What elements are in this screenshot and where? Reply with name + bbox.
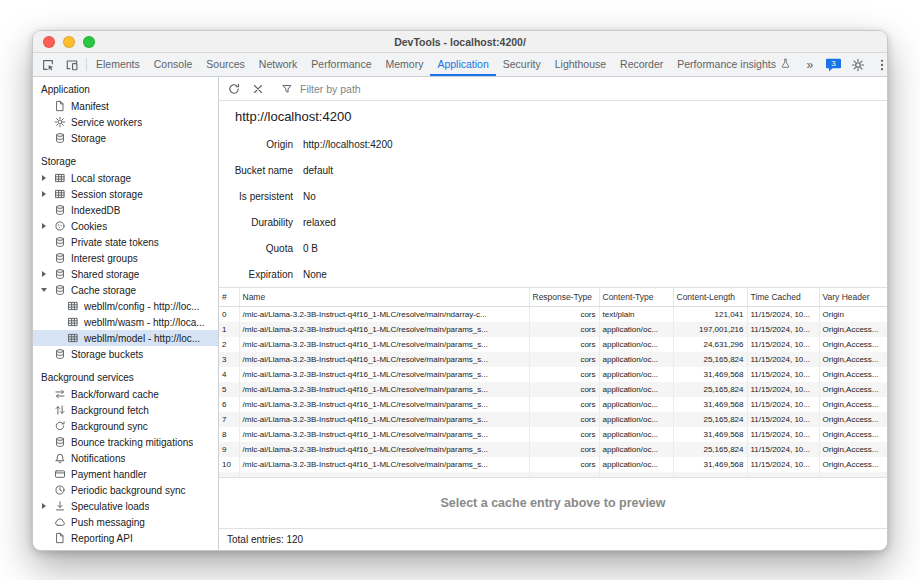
sidebar-section-application: Application bbox=[33, 82, 218, 98]
table-row[interactable]: 1/mlc-ai/Llama-3.2-3B-Instruct-q4f16_1-M… bbox=[219, 322, 887, 337]
issues-badge[interactable]: 3 bbox=[822, 53, 846, 76]
sidebar-item-background-fetch[interactable]: Background fetch bbox=[33, 402, 218, 418]
sidebar-item-payment-handler[interactable]: Payment handler bbox=[33, 466, 218, 482]
sidebar-item-webllm-config[interactable]: webllm/config - http://loc... bbox=[33, 298, 218, 314]
sidebar-item-storage-buckets[interactable]: Storage buckets bbox=[33, 346, 218, 362]
sidebar-item-webllm-model[interactable]: webllm/model - http://loc... bbox=[33, 330, 218, 346]
sidebar-item-webllm-wasm[interactable]: webllm/wasm - http://loca... bbox=[33, 314, 218, 330]
application-sidebar: Application Manifest Service workers Sto… bbox=[33, 77, 219, 550]
sidebar-item-periodic-background-sync[interactable]: Periodic background sync bbox=[33, 482, 218, 498]
column-header-content-type[interactable]: Content-Type bbox=[599, 288, 673, 306]
sidebar-item-notifications[interactable]: Notifications bbox=[33, 450, 218, 466]
tab-performance[interactable]: Performance bbox=[304, 53, 378, 76]
chevron-right-icon[interactable] bbox=[40, 270, 48, 278]
settings-button[interactable] bbox=[846, 53, 870, 76]
column-header-number[interactable]: # bbox=[219, 288, 239, 306]
tab-security[interactable]: Security bbox=[496, 53, 548, 76]
table-row[interactable]: 4/mlc-ai/Llama-3.2-3B-Instruct-q4f16_1-M… bbox=[219, 367, 887, 382]
sidebar-item-private-state-tokens[interactable]: Private state tokens bbox=[33, 234, 218, 250]
cell-content-length: 31,469,568 bbox=[673, 427, 747, 442]
cell-num: 2 bbox=[219, 337, 239, 352]
cell-time-cached: 11/15/2024, 10... bbox=[747, 367, 819, 382]
tab-recorder[interactable]: Recorder bbox=[613, 53, 670, 76]
delete-entry-button[interactable] bbox=[247, 78, 269, 100]
cell-time-cached: 11/15/2024, 10... bbox=[747, 337, 819, 352]
meta-label: Expiration bbox=[227, 269, 293, 280]
sidebar-item-local-storage[interactable]: Local storage bbox=[33, 170, 218, 186]
cache-entries-grid: # Name Response-Type Content-Type Conten… bbox=[219, 287, 887, 477]
cell-vary-header: Origin,Access... bbox=[819, 322, 887, 337]
table-row[interactable]: 5/mlc-ai/Llama-3.2-3B-Instruct-q4f16_1-M… bbox=[219, 382, 887, 397]
table-row[interactable]: 9/mlc-ai/Llama-3.2-3B-Instruct-q4f16_1-M… bbox=[219, 442, 887, 457]
meta-value: 0 B bbox=[303, 243, 318, 254]
close-window-button[interactable] bbox=[43, 36, 55, 48]
minimize-window-button[interactable] bbox=[63, 36, 75, 48]
device-toolbar-button[interactable] bbox=[60, 53, 84, 76]
chevron-right-icon[interactable] bbox=[40, 222, 48, 230]
toolbar-divider bbox=[86, 58, 87, 71]
cell-vary-header: Origin,Access... bbox=[819, 412, 887, 427]
table-row[interactable]: 8/mlc-ai/Llama-3.2-3B-Instruct-q4f16_1-M… bbox=[219, 427, 887, 442]
sidebar-item-session-storage[interactable]: Session storage bbox=[33, 186, 218, 202]
tab-performance-insights[interactable]: Performance insights bbox=[670, 53, 798, 76]
table-icon bbox=[54, 188, 66, 200]
chevron-down-icon[interactable] bbox=[40, 286, 48, 294]
tab-sources[interactable]: Sources bbox=[199, 53, 252, 76]
sidebar-item-label: Periodic background sync bbox=[71, 485, 186, 496]
svg-text:3: 3 bbox=[832, 58, 837, 67]
column-header-name[interactable]: Name bbox=[239, 288, 529, 306]
sidebar-item-background-sync[interactable]: Background sync bbox=[33, 418, 218, 434]
flask-icon bbox=[780, 58, 791, 69]
document-icon bbox=[54, 532, 66, 544]
sidebar-item-shared-storage[interactable]: Shared storage bbox=[33, 266, 218, 282]
sidebar-item-back-forward-cache[interactable]: Back/forward cache bbox=[33, 386, 218, 402]
table-row[interactable]: 3/mlc-ai/Llama-3.2-3B-Instruct-q4f16_1-M… bbox=[219, 352, 887, 367]
zoom-window-button[interactable] bbox=[83, 36, 95, 48]
column-header-response-type[interactable]: Response-Type bbox=[529, 288, 599, 306]
chevron-right-icon[interactable] bbox=[40, 502, 48, 510]
more-tabs-button[interactable]: » bbox=[798, 53, 822, 76]
more-options-button[interactable] bbox=[870, 53, 888, 76]
sidebar-item-reporting-api[interactable]: Reporting API bbox=[33, 530, 218, 546]
sidebar-item-push-messaging[interactable]: Push messaging bbox=[33, 514, 218, 530]
document-icon bbox=[54, 100, 66, 112]
column-header-time-cached[interactable]: Time Cached bbox=[747, 288, 819, 306]
sidebar-item-interest-groups[interactable]: Interest groups bbox=[33, 250, 218, 266]
table-row[interactable]: 0/mlc-ai/Llama-3.2-3B-Instruct-q4f16_1-M… bbox=[219, 306, 887, 322]
table-row[interactable]: 6/mlc-ai/Llama-3.2-3B-Instruct-q4f16_1-M… bbox=[219, 397, 887, 412]
window-title: DevTools - localhost:4200/ bbox=[394, 36, 526, 48]
refresh-button[interactable] bbox=[223, 78, 245, 100]
table-row[interactable]: 10/mlc-ai/Llama-3.2-3B-Instruct-q4f16_1-… bbox=[219, 457, 887, 472]
table-icon bbox=[54, 172, 66, 184]
sidebar-section-background-services: Background services bbox=[33, 370, 218, 386]
inspect-element-button[interactable] bbox=[36, 53, 60, 76]
table-row[interactable]: 2/mlc-ai/Llama-3.2-3B-Instruct-q4f16_1-M… bbox=[219, 337, 887, 352]
total-entries-text: Total entries: 120 bbox=[227, 534, 303, 545]
sidebar-item-bounce-tracking-mitigations[interactable]: Bounce tracking mitigations bbox=[33, 434, 218, 450]
swap-horizontal-icon bbox=[54, 388, 66, 400]
column-header-content-length[interactable]: Content-Length bbox=[673, 288, 747, 306]
chevron-right-icon[interactable] bbox=[40, 190, 48, 198]
sidebar-item-service-workers[interactable]: Service workers bbox=[33, 114, 218, 130]
tab-elements[interactable]: Elements bbox=[89, 53, 147, 76]
column-header-vary-header[interactable]: Vary Header bbox=[819, 288, 887, 306]
chevron-right-icon[interactable] bbox=[40, 174, 48, 182]
sidebar-item-storage[interactable]: Storage bbox=[33, 130, 218, 146]
filter-input[interactable] bbox=[298, 82, 883, 96]
sidebar-item-label: IndexedDB bbox=[71, 205, 120, 216]
sidebar-item-cache-storage[interactable]: Cache storage bbox=[33, 282, 218, 298]
sidebar-item-cookies[interactable]: Cookies bbox=[33, 218, 218, 234]
cell-num: 3 bbox=[219, 352, 239, 367]
sidebar-item-speculative-loads[interactable]: Speculative loads bbox=[33, 498, 218, 514]
cell-content-type: application/oc... bbox=[599, 337, 673, 352]
sidebar-item-indexeddb[interactable]: IndexedDB bbox=[33, 202, 218, 218]
sidebar-item-manifest[interactable]: Manifest bbox=[33, 98, 218, 114]
cell-name: /mlc-ai/Llama-3.2-3B-Instruct-q4f16_1-ML… bbox=[239, 367, 529, 382]
tab-lighthouse[interactable]: Lighthouse bbox=[548, 53, 613, 76]
tab-application[interactable]: Application bbox=[430, 53, 495, 76]
tab-network[interactable]: Network bbox=[252, 53, 305, 76]
cell-name: /mlc-ai/Llama-3.2-3B-Instruct-q4f16_1-ML… bbox=[239, 457, 529, 472]
tab-memory[interactable]: Memory bbox=[378, 53, 430, 76]
tab-console[interactable]: Console bbox=[147, 53, 200, 76]
table-row[interactable]: 7/mlc-ai/Llama-3.2-3B-Instruct-q4f16_1-M… bbox=[219, 412, 887, 427]
